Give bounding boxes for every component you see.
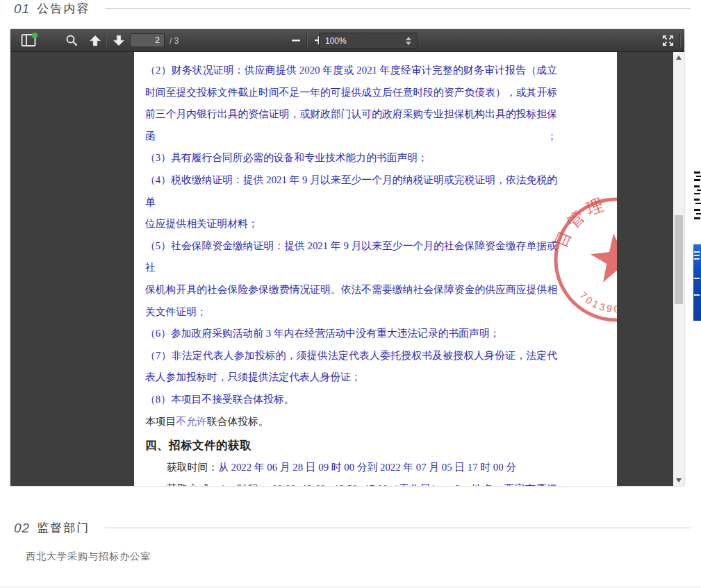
pdf-page-text: （2）财务状况证明：供应商提供 2020 年度或 2021 年度经审计完整的财务… bbox=[145, 60, 557, 486]
clipped-blue-floating-widget[interactable] bbox=[693, 244, 701, 321]
search-icon bbox=[65, 34, 78, 47]
scroll-up-button[interactable] bbox=[673, 53, 684, 62]
section-divider-line bbox=[105, 8, 691, 9]
document-line: 获取方式：1、时间： 09:00 -12:00 , 13:30--17:00（工… bbox=[145, 478, 557, 486]
widget-glyph-fragment bbox=[694, 278, 700, 279]
document-text-run: 位应提供相关证明材料； bbox=[145, 218, 258, 229]
document-line: 保机构开具的社会保险参保缴费情况证明。依法不需要缴纳社会保障资金的供应商应提供相 bbox=[145, 279, 557, 301]
document-line: 获取时间：从 2022 年 06 月 28 日 09 时 00 分到 2022 … bbox=[145, 457, 557, 479]
red-seal-stamp: 目管理 7013904 bbox=[544, 187, 617, 333]
document-line: 本项目不允许联合体投标。 bbox=[145, 411, 557, 433]
scroll-up-icon bbox=[676, 56, 682, 60]
document-line: （7）非法定代表人参加投标的，须提供法定代表人委托授权书及被授权人身份证，法定代 bbox=[145, 345, 557, 367]
fullscreen-icon bbox=[662, 35, 674, 47]
supervisor-department-text: 西北大学采购与招标办公室 bbox=[26, 551, 151, 563]
pdf-vertical-scrollbar bbox=[673, 52, 684, 486]
document-text-run: 1、时间： 09:00 -12:00 , 13:30--17:00（工作日）； … bbox=[220, 483, 557, 486]
zoom-out-icon bbox=[291, 35, 301, 45]
zoom-out-button[interactable] bbox=[286, 31, 306, 49]
fullscreen-button[interactable] bbox=[658, 31, 677, 49]
clipped-vertical-text-fragments bbox=[694, 171, 701, 222]
page-up-button[interactable] bbox=[85, 31, 105, 49]
document-line: 位应提供相关证明材料； bbox=[145, 213, 557, 235]
scroll-down-button[interactable] bbox=[673, 476, 684, 485]
document-text-run: （8）本项目不接受联合体投标。 bbox=[145, 394, 295, 405]
document-line: （2）财务状况证明：供应商提供 2020 年度或 2021 年度经审计完整的财务… bbox=[145, 60, 557, 82]
document-line: （4）税收缴纳证明：提供 2021 年 9 月以来至少一个月的纳税证明或完税证明… bbox=[145, 169, 557, 213]
document-text-run: 表人参加投标时，只须提供法定代表人身份证； bbox=[145, 371, 361, 383]
document-text-run: （4）税收缴纳证明：提供 2021 年 9 月以来至少一个月的纳税证明或完税证明… bbox=[145, 174, 557, 208]
document-line: （8）本项目不接受联合体投标。 bbox=[145, 389, 557, 411]
document-text-run: 获取时间： bbox=[167, 462, 218, 473]
widget-glyph-fragment bbox=[694, 255, 700, 256]
section-title: 监督部门 bbox=[37, 520, 90, 536]
sidebar-notification-dot bbox=[32, 33, 38, 38]
zoom-spinner-icon bbox=[406, 37, 411, 45]
zoom-level-value: 100% bbox=[325, 36, 406, 46]
document-text-run: 四、招标文件的获取 bbox=[145, 439, 251, 452]
document-text-run: 时间至提交投标文件截止时间不足一年的可提供成立后任意时段的资产负债表），或其开标 bbox=[145, 87, 557, 98]
document-line: （5）社会保障资金缴纳证明：提供 2021 年 9 月以来至少一个月的社会保障资… bbox=[145, 235, 557, 279]
svg-text:目管理: 目管理 bbox=[547, 194, 613, 252]
scroll-down-icon bbox=[676, 478, 682, 482]
document-line: 前三个月内银行出具的资信证明，或财政部门认可的政府采购专业担保机构出具的投标担保… bbox=[145, 103, 557, 147]
section-header-supervisor: 02 监督部门 bbox=[14, 520, 693, 536]
document-text-run: 关文件证明； bbox=[145, 306, 207, 317]
document-text-run: （2）财务状况证明：供应商提供 2020 年度或 2021 年度经审计完整的财务… bbox=[145, 65, 557, 76]
document-text-run: 保机构开具的社会保险参保缴费情况证明。依法不需要缴纳社会保障资金的供应商应提供相 bbox=[145, 284, 557, 295]
widget-glyph-fragment bbox=[694, 258, 700, 260]
page-up-icon bbox=[89, 35, 101, 47]
scrollbar-thumb[interactable] bbox=[675, 215, 683, 304]
page-down-button[interactable] bbox=[109, 31, 129, 49]
section-number: 01 bbox=[14, 1, 30, 17]
document-line: 四、招标文件的获取 bbox=[145, 435, 557, 457]
bottom-divider-line bbox=[0, 587, 701, 587]
toolbar-separator bbox=[106, 33, 106, 47]
document-text-run: （7）非法定代表人参加投标的，须提供法定代表人委托授权书及被授权人身份证，法定代 bbox=[145, 350, 557, 361]
stamp-arc-text: 目管理 bbox=[547, 194, 613, 252]
toolbar-separator bbox=[306, 33, 307, 47]
pdf-document-area: （2）财务状况证明：供应商提供 2020 年度或 2021 年度经审计完整的财务… bbox=[10, 52, 684, 486]
document-text-run: 从 2022 年 06 月 28 日 09 时 00 分到 2022 年 07 … bbox=[218, 462, 516, 473]
document-text-run: （5）社会保障资金缴纳证明：提供 2021 年 9 月以来至少一个月的社会保障资… bbox=[145, 240, 557, 274]
document-line: （6）参加政府采购活动前 3 年内在经营活动中没有重大违法记录的书面声明； bbox=[145, 323, 557, 345]
svg-text:7013904: 7013904 bbox=[577, 285, 617, 319]
document-text-run: 前三个月内银行出具的资信证明，或财政部门认可的政府采购专业担保机构出具的投标担保… bbox=[145, 108, 557, 142]
pdf-page: （2）财务状况证明：供应商提供 2020 年度或 2021 年度经审计完整的财务… bbox=[134, 52, 617, 486]
document-text-run: 联合体投标。 bbox=[207, 416, 269, 427]
document-line: 时间至提交投标文件截止时间不足一年的可提供成立后任意时段的资产负债表），或其开标 bbox=[145, 82, 557, 104]
pdf-toolbar: / 3 100% bbox=[10, 29, 684, 52]
document-text-run: （3）具有履行合同所必需的设备和专业技术能力的书面声明； bbox=[145, 152, 428, 163]
widget-glyph-fragment bbox=[694, 251, 700, 253]
sidebar-toggle-icon bbox=[21, 33, 36, 47]
toolbar-separator bbox=[679, 33, 680, 47]
document-line: 表人参加投标时，只须提供法定代表人身份证； bbox=[145, 367, 557, 389]
zoom-level-select[interactable]: 100% bbox=[319, 33, 418, 49]
document-text-run: 不允许 bbox=[176, 416, 206, 427]
sidebar-toggle-button[interactable] bbox=[19, 31, 38, 49]
page-count-label: / 3 bbox=[170, 36, 179, 46]
widget-glyph-fragment bbox=[694, 294, 700, 296]
search-button[interactable] bbox=[62, 31, 81, 49]
pdf-viewer: / 3 100% bbox=[10, 29, 684, 486]
stamp-star-icon bbox=[588, 230, 617, 283]
document-text-run: （6）参加政府采购活动前 3 年内在经营活动中没有重大违法记录的书面声明； bbox=[145, 328, 500, 339]
document-text-run: 获取方式： bbox=[167, 483, 220, 486]
section-divider-line bbox=[105, 528, 691, 528]
section-header-announcement: 01 公告内容 bbox=[14, 1, 693, 17]
section-title: 公告内容 bbox=[37, 1, 90, 17]
document-line: 关文件证明； bbox=[145, 301, 557, 324]
document-text-run: 本项目 bbox=[145, 416, 176, 427]
document-line: （3）具有履行合同所必需的设备和专业技术能力的书面声明； bbox=[145, 147, 557, 169]
page-number-input[interactable] bbox=[130, 33, 165, 47]
section-number: 02 bbox=[14, 521, 30, 536]
stamp-serial-text: 7013904 bbox=[577, 285, 617, 319]
page-down-icon bbox=[113, 35, 125, 47]
